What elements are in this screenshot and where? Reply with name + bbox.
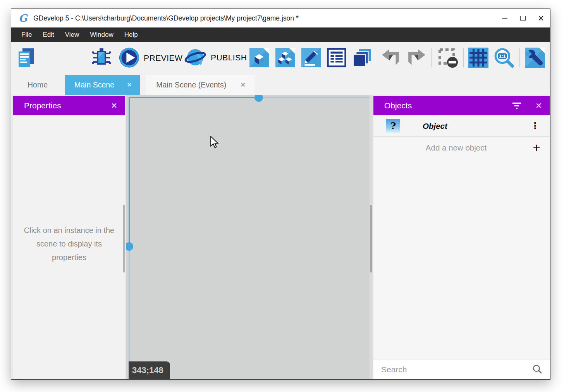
preview-play-icon xyxy=(119,48,139,68)
menu-edit[interactable]: Edit xyxy=(37,27,59,42)
scene-border-left xyxy=(129,246,130,379)
close-tab-icon[interactable]: ✕ xyxy=(127,81,132,89)
publish-globe-icon xyxy=(184,47,206,68)
objects-panel-header: Objects ✕ xyxy=(373,96,550,115)
preview-label: PREVIEW xyxy=(144,53,182,62)
editor-content: Properties ✕ Click on an instance in the… xyxy=(11,95,550,379)
properties-panel-header: Properties ✕ xyxy=(13,96,125,115)
publish-label: PUBLISH xyxy=(211,53,247,62)
scene-border-top xyxy=(259,97,370,98)
maximize-button[interactable] xyxy=(514,9,532,27)
layers-button[interactable] xyxy=(352,48,372,68)
search-icon[interactable] xyxy=(532,364,543,375)
toolbar-separator xyxy=(431,48,432,67)
tab-main-scene-events-label: Main Scene (Events) xyxy=(156,80,226,89)
scene-resize-handle-left[interactable] xyxy=(126,242,133,251)
zoom-reset-button[interactable]: 1:1 xyxy=(494,47,514,68)
mouse-cursor-icon xyxy=(210,136,219,148)
wrench-icon xyxy=(525,48,545,68)
toolbar-separator xyxy=(376,48,376,67)
object-list-item[interactable]: ? Object ⋮ xyxy=(373,115,550,137)
scene-properties-button[interactable] xyxy=(301,48,321,67)
debug-bug-icon xyxy=(91,48,112,68)
grid-button[interactable] xyxy=(468,48,488,68)
object-name: Object xyxy=(423,115,447,137)
tab-main-scene-events[interactable]: Main Scene (Events) ✕ xyxy=(146,75,254,95)
redo-button[interactable] xyxy=(407,49,426,67)
add-object-row[interactable]: Add a new object + xyxy=(373,137,550,159)
minimize-button[interactable] xyxy=(495,9,514,27)
object-overflow-menu-icon[interactable]: ⋮ xyxy=(531,121,540,131)
external-layout-button[interactable] xyxy=(275,48,295,67)
close-icon: ✕ xyxy=(538,15,544,22)
gdevelop-window: G GDevelop 5 - C:\Users\charburg\Documen… xyxy=(11,9,550,380)
toolbar-separator xyxy=(463,48,464,67)
scene-canvas[interactable]: 343;148 xyxy=(126,95,373,379)
scene-border-left xyxy=(129,97,130,246)
toolbar: PREVIEW PUBLISH xyxy=(11,42,550,73)
minimize-icon xyxy=(502,18,507,19)
cursor-coordinates-badge: 343;148 xyxy=(129,361,170,379)
properties-scrollbar[interactable] xyxy=(123,205,125,272)
preview-button[interactable]: PREVIEW xyxy=(119,48,182,68)
object-search-bar xyxy=(373,359,550,379)
layers-icon xyxy=(352,48,372,68)
object-thumbnail-icon: ? xyxy=(386,119,400,133)
properties-panel-title: Properties xyxy=(24,101,61,110)
close-panel-icon[interactable]: ✕ xyxy=(535,102,542,110)
publish-button[interactable]: PUBLISH xyxy=(184,47,247,68)
close-tab-icon[interactable]: ✕ xyxy=(240,81,246,89)
title-bar: G GDevelop 5 - C:\Users\charburg\Documen… xyxy=(11,9,550,27)
window-title: GDevelop 5 - C:\Users\charburg\Documents… xyxy=(33,14,299,22)
object-search-input[interactable] xyxy=(380,365,532,375)
external-layout-cubes-icon xyxy=(275,48,295,67)
tab-bar: Home Main Scene ✕ Main Scene (Events) ✕ xyxy=(11,73,550,95)
scene-cube-icon xyxy=(249,48,269,67)
close-panel-icon[interactable]: ✕ xyxy=(111,102,117,110)
project-manager-icon xyxy=(16,48,37,68)
toolbar-separator xyxy=(519,48,520,67)
editor-options-button[interactable] xyxy=(525,48,545,68)
menu-window[interactable]: Window xyxy=(84,27,119,42)
svg-text:G: G xyxy=(19,13,28,24)
scene-border-top xyxy=(129,97,259,98)
window-controls: ✕ xyxy=(495,9,550,27)
tab-main-scene[interactable]: Main Scene ✕ xyxy=(65,75,140,95)
add-object-icon[interactable]: + xyxy=(533,140,540,155)
objects-panel-title: Objects xyxy=(384,101,412,110)
deselect-icon xyxy=(437,47,459,68)
gdevelop-logo-icon: G xyxy=(17,13,28,24)
properties-empty-message: Click on an instance in the scene to dis… xyxy=(19,224,120,264)
deselect-button[interactable] xyxy=(437,47,459,68)
close-window-button[interactable]: ✕ xyxy=(532,9,550,27)
tab-home-label: Home xyxy=(28,80,48,89)
grid-icon xyxy=(468,48,488,68)
events-list-icon xyxy=(327,48,346,67)
edit-pencil-icon xyxy=(301,48,321,67)
zoom-1-1-icon: 1:1 xyxy=(494,47,514,68)
scene-editor-button[interactable] xyxy=(249,48,269,67)
filter-icon[interactable] xyxy=(512,102,521,109)
objects-panel: Objects ✕ ? Object ⋮ Add a new object + xyxy=(373,96,550,379)
menu-help[interactable]: Help xyxy=(119,27,143,42)
redo-icon xyxy=(407,49,426,67)
tab-home[interactable]: Home xyxy=(16,75,59,95)
menu-view[interactable]: View xyxy=(60,27,85,42)
debug-button[interactable] xyxy=(91,48,112,68)
menu-file[interactable]: File xyxy=(16,27,37,42)
tab-main-scene-label: Main Scene xyxy=(74,80,114,89)
undo-icon xyxy=(381,49,401,67)
project-manager-button[interactable] xyxy=(16,48,37,68)
maximize-icon xyxy=(520,16,526,21)
properties-panel: Properties ✕ Click on an instance in the… xyxy=(13,96,125,379)
svg-text:1:1: 1:1 xyxy=(499,54,506,58)
scene-scrollbar-thumb[interactable] xyxy=(370,205,372,272)
events-sheet-button[interactable] xyxy=(327,48,346,67)
undo-button[interactable] xyxy=(381,49,401,67)
menu-bar: File Edit View Window Help xyxy=(11,27,550,42)
add-object-label: Add a new object xyxy=(385,137,527,159)
scene-resize-handle-top[interactable] xyxy=(254,95,263,102)
